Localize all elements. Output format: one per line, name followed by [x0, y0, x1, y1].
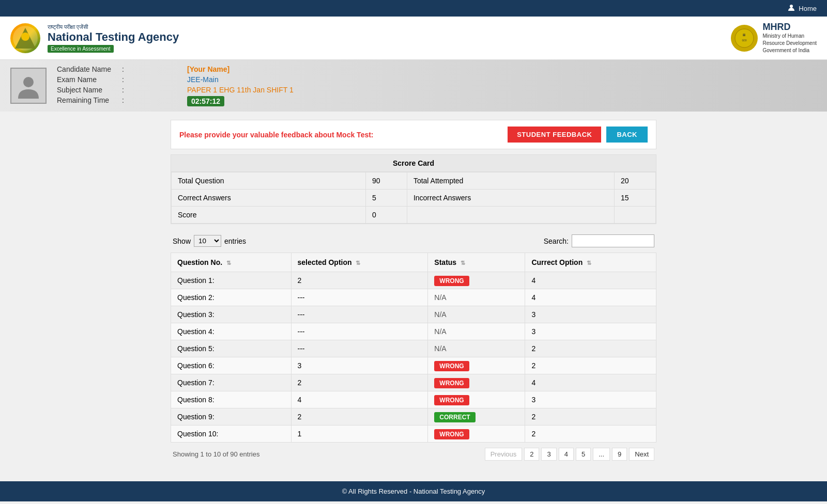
entries-select[interactable]: 10 25 50 100 — [194, 235, 221, 247]
cell-question: Question 9: — [171, 408, 292, 426]
cell-question: Question 10: — [171, 426, 292, 443]
cell-status: WRONG — [428, 374, 525, 391]
th-correct-option: Currect Option ⇅ — [525, 253, 656, 272]
cell-correct: 2 — [525, 340, 656, 357]
table-row: Question 5:---N/A2 — [171, 340, 656, 357]
search-input[interactable] — [572, 234, 654, 247]
sort-icon-selected[interactable]: ⇅ — [356, 260, 360, 266]
search-label: Search: — [544, 237, 569, 245]
student-feedback-button[interactable]: STUDENT FEEDBACK — [508, 127, 601, 143]
timer-value: 02:57:12 — [187, 96, 224, 106]
status-badge-wrong: WRONG — [434, 395, 469, 405]
cell-status: N/A — [428, 340, 525, 357]
footer-text: © All Rights Reserved - National Testing… — [342, 487, 485, 495]
home-label: Home — [799, 5, 817, 12]
cell-question: Question 6: — [171, 357, 292, 374]
pagination-bar: Showing 1 to 10 of 90 entries Previous 2… — [171, 443, 656, 466]
pagination-links: Previous 2 3 4 5 ... 9 Next — [485, 448, 654, 461]
status-badge-wrong: WRONG — [434, 276, 469, 286]
feedback-actions: STUDENT FEEDBACK BACK — [508, 127, 648, 143]
svg-text:GOI: GOI — [742, 39, 746, 42]
candidate-bar: Candidate Name : [Your Name] Exam Name :… — [0, 60, 827, 112]
home-icon — [787, 4, 795, 13]
mhrd-title: MHRD — [763, 22, 817, 33]
table-row: Question 8:4WRONG3 — [171, 391, 656, 408]
sort-icon-qno[interactable]: ⇅ — [226, 260, 231, 266]
total-q-value: 90 — [365, 172, 407, 190]
time-label: Remaining Time — [57, 96, 119, 106]
page-4[interactable]: 4 — [559, 448, 574, 461]
mhrd-line2: Resource Development — [763, 40, 817, 47]
table-row: Question 6:3WRONG2 — [171, 357, 656, 374]
search-box: Search: — [544, 234, 654, 247]
cell-selected: --- — [291, 323, 428, 340]
cell-status: N/A — [428, 289, 525, 306]
candidate-details: Candidate Name : [Your Name] Exam Name :… — [57, 65, 294, 106]
table-row: Question 7:2WRONG4 — [171, 374, 656, 391]
previous-page[interactable]: Previous — [485, 448, 523, 461]
candidate-name-value: [Your Name] — [187, 65, 229, 73]
cell-selected: 2 — [291, 272, 428, 289]
show-label: Show — [173, 237, 191, 245]
cell-correct: 4 — [525, 289, 656, 306]
mhrd-logo: 🏛 GOI — [731, 25, 758, 52]
logo-text: राष्ट्रीय परीक्षा एजेंसी National Testin… — [48, 24, 179, 53]
table-row: Question 9:2CORRECT2 — [171, 408, 656, 426]
correct-label: Correct Answers — [172, 190, 366, 207]
svg-text:🏛: 🏛 — [743, 33, 746, 37]
cell-selected: 4 — [291, 391, 428, 408]
cell-selected: 3 — [291, 357, 428, 374]
show-entries: Show 10 25 50 100 entries — [173, 235, 246, 247]
cell-status: N/A — [428, 323, 525, 340]
total-attempted-value: 20 — [615, 172, 656, 190]
score-row-1: Total Question 90 Total Attempted 20 — [172, 172, 656, 190]
back-button[interactable]: BACK — [606, 127, 648, 143]
cell-selected: --- — [291, 306, 428, 323]
table-header: Question No. ⇅ selected Option ⇅ Status … — [171, 253, 656, 272]
total-attempted-label: Total Attempted — [407, 172, 614, 190]
page-5[interactable]: 5 — [576, 448, 591, 461]
table-row: Question 2:---N/A4 — [171, 289, 656, 306]
status-badge-correct: CORRECT — [434, 412, 475, 422]
th-question-no: Question No. ⇅ — [171, 253, 292, 272]
subject-value: PAPER 1 EHG 11th Jan SHIFT 1 — [187, 86, 294, 94]
page-2[interactable]: 2 — [524, 448, 539, 461]
mhrd-text: MHRD Ministry of Human Resource Developm… — [763, 22, 817, 54]
sort-icon-status[interactable]: ⇅ — [461, 260, 465, 266]
table-row: Question 3:---N/A3 — [171, 306, 656, 323]
next-page[interactable]: Next — [629, 448, 654, 461]
total-q-label: Total Question — [172, 172, 366, 190]
cell-status: WRONG — [428, 357, 525, 374]
pagination-info: Showing 1 to 10 of 90 entries — [173, 450, 259, 458]
time-colon: : — [122, 96, 184, 106]
main-content: Please provide your valuable feedback ab… — [165, 120, 662, 466]
cell-question: Question 4: — [171, 323, 292, 340]
correct-value: 5 — [365, 190, 407, 207]
cell-selected: --- — [291, 289, 428, 306]
cell-question: Question 8: — [171, 391, 292, 408]
sort-icon-correct[interactable]: ⇅ — [587, 260, 591, 266]
home-link[interactable]: Home — [787, 4, 817, 13]
mhrd-line3: Government of India — [763, 47, 817, 54]
mhrd-area: 🏛 GOI MHRD Ministry of Human Resource De… — [731, 22, 817, 54]
table-row: Question 10:1WRONG2 — [171, 426, 656, 443]
top-bar: Home — [0, 0, 827, 17]
exam-colon: : — [122, 75, 184, 84]
time-row: Remaining Time : 02:57:12 — [57, 96, 294, 106]
score-row-2: Correct Answers 5 Incorrect Answers 15 — [172, 190, 656, 207]
incorrect-value: 15 — [615, 190, 656, 207]
cell-question: Question 7: — [171, 374, 292, 391]
cell-correct: 3 — [525, 306, 656, 323]
excellence-badge: Excellence in Assessment — [48, 45, 114, 53]
results-table: Question No. ⇅ selected Option ⇅ Status … — [171, 253, 656, 443]
name-colon: : — [122, 65, 184, 73]
table-controls: Show 10 25 50 100 entries Search: — [171, 229, 656, 253]
score-table: Total Question 90 Total Attempted 20 Cor… — [171, 172, 656, 224]
cell-status: N/A — [428, 306, 525, 323]
page-9[interactable]: 9 — [612, 448, 627, 461]
logo-image — [10, 23, 40, 53]
score-label: Score — [172, 207, 366, 224]
status-badge-wrong: WRONG — [434, 429, 469, 439]
table-row: Question 1:2WRONG4 — [171, 272, 656, 289]
page-3[interactable]: 3 — [541, 448, 556, 461]
